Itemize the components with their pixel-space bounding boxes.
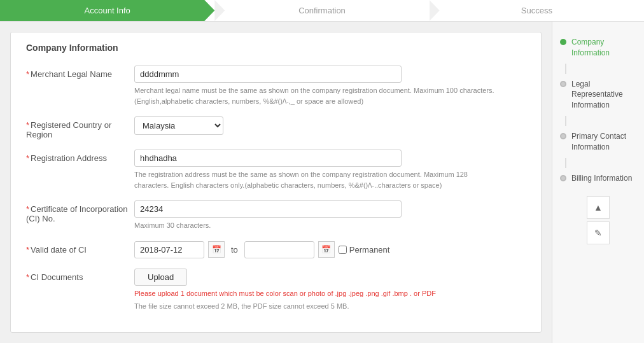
content-area: Company Information *Merchant Legal Name… xyxy=(0,22,552,343)
label-registered-country: *Registered Country or Region xyxy=(26,116,134,139)
label-merchant-legal-name: *Merchant Legal Name xyxy=(26,66,134,79)
field-registered-country: *Registered Country or Region Malaysia S… xyxy=(26,116,526,139)
hint-certificate-no: Maximum 30 characters. xyxy=(134,220,503,231)
sidebar-label-billing: Billing Information xyxy=(571,173,632,184)
control-registration-address: The registration address must be the sam… xyxy=(134,150,526,190)
field-valid-date: *Valid date of CI 📅 to 📅 Permanent xyxy=(26,241,526,258)
permanent-checkbox[interactable]: Permanent xyxy=(339,245,390,255)
calendar-to-icon[interactable]: 📅 xyxy=(318,241,335,258)
select-country[interactable]: Malaysia Singapore Indonesia Thailand xyxy=(134,116,223,135)
label-ci-documents: *CI Documents xyxy=(26,269,134,282)
hint-merchant-legal-name: Merchant legal name must be the same as … xyxy=(134,85,503,106)
control-certificate-no: Maximum 30 characters. xyxy=(134,200,526,231)
input-merchant-legal-name[interactable] xyxy=(134,66,402,83)
scroll-up-button[interactable]: ▲ xyxy=(587,196,610,219)
input-date-to[interactable] xyxy=(244,241,314,258)
required-star: * xyxy=(26,272,29,282)
input-registration-address[interactable] xyxy=(134,150,402,167)
input-certificate-no[interactable] xyxy=(134,200,402,218)
nav-dot xyxy=(560,175,566,181)
sidebar: Company Information Legal Representative… xyxy=(552,22,644,343)
main-layout: Company Information *Merchant Legal Name… xyxy=(0,22,644,343)
step-label: Success xyxy=(521,6,552,15)
field-ci-documents: *CI Documents Upload Please upload 1 doc… xyxy=(26,269,526,312)
field-certificate-no: *Certificate of Incorporation (CI) No. M… xyxy=(26,200,526,231)
section-title: Company Information xyxy=(26,43,526,55)
label-valid-date: *Valid date of CI xyxy=(26,241,134,255)
field-merchant-legal-name: *Merchant Legal Name Merchant legal name… xyxy=(26,66,526,106)
field-registration-address: *Registration Address The registration a… xyxy=(26,150,526,190)
sidebar-item-legal-rep[interactable]: Legal Representative Information xyxy=(557,74,639,116)
required-star: * xyxy=(26,120,29,130)
sidebar-item-company-info[interactable]: Company Information xyxy=(557,32,639,64)
step-label: Confirmation xyxy=(298,6,346,15)
hint-registration-address: The registration address must be the sam… xyxy=(134,169,503,190)
required-star: * xyxy=(26,204,29,214)
sidebar-nav: Company Information Legal Representative… xyxy=(552,32,644,188)
sidebar-item-billing[interactable]: Billing Information xyxy=(557,168,639,189)
nav-connector xyxy=(565,116,566,126)
sidebar-item-primary-contact[interactable]: Primary Contact Information xyxy=(557,126,639,158)
sidebar-label-primary-contact: Primary Contact Information xyxy=(571,131,636,153)
label-certificate-no: *Certificate of Incorporation (CI) No. xyxy=(26,200,134,223)
required-star: * xyxy=(26,69,29,79)
stepper: Account Info Confirmation Success xyxy=(0,0,644,22)
form-card: Company Information *Merchant Legal Name… xyxy=(10,32,542,333)
date-row: 📅 to 📅 Permanent xyxy=(134,241,526,258)
nav-dot xyxy=(560,39,566,45)
nav-connector xyxy=(565,158,566,168)
hint-ci-doc-2: The file size cannot exceed 2 MB, the PD… xyxy=(134,301,503,312)
control-ci-documents: Upload Please upload 1 document which mu… xyxy=(134,269,526,312)
scroll-buttons: ▲ ✎ xyxy=(552,196,644,244)
calendar-from-icon[interactable]: 📅 xyxy=(208,241,225,258)
control-merchant-legal-name: Merchant legal name must be the same as … xyxy=(134,66,526,106)
sidebar-label-legal-rep: Legal Representative Information xyxy=(571,79,636,111)
hint-ci-doc-1: Please upload 1 document which must be c… xyxy=(134,288,503,299)
upload-button[interactable]: Upload xyxy=(134,269,187,286)
nav-dot xyxy=(560,133,566,139)
step-account-info[interactable]: Account Info xyxy=(0,0,214,21)
step-label: Account Info xyxy=(85,6,130,15)
input-date-from[interactable] xyxy=(134,241,204,258)
edit-button[interactable]: ✎ xyxy=(587,221,610,244)
nav-dot xyxy=(560,81,566,87)
step-success[interactable]: Success xyxy=(430,0,644,21)
permanent-label: Permanent xyxy=(349,245,390,255)
control-registered-country: Malaysia Singapore Indonesia Thailand xyxy=(134,116,526,135)
label-registration-address: *Registration Address xyxy=(26,150,134,163)
checkbox-permanent[interactable] xyxy=(339,246,347,254)
step-confirmation[interactable]: Confirmation xyxy=(214,0,429,21)
to-label: to xyxy=(228,245,241,255)
required-star: * xyxy=(26,153,29,163)
control-valid-date: 📅 to 📅 Permanent xyxy=(134,241,526,258)
nav-connector xyxy=(565,64,566,74)
required-star: * xyxy=(26,245,29,255)
sidebar-label-company-info: Company Information xyxy=(571,37,636,59)
